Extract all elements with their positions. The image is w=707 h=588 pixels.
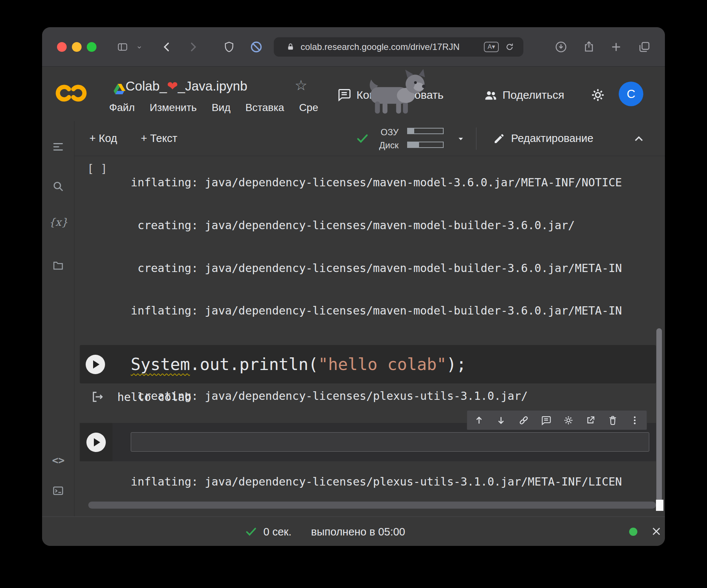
chevron-down-icon[interactable]	[136, 44, 143, 50]
output-line: inflating: java/dependency-licenses/plex…	[117, 475, 622, 489]
reload-icon[interactable]	[505, 42, 514, 53]
resources-dropdown-icon[interactable]	[457, 135, 465, 144]
output-line: creating: java/dependency-licenses/maven…	[117, 218, 622, 233]
scrollbar-corner	[656, 500, 663, 511]
horizontal-scrollbar[interactable]	[88, 502, 656, 509]
menu-insert[interactable]: Вставка	[245, 102, 284, 114]
lock-icon	[286, 42, 295, 53]
more-actions-icon[interactable]	[630, 415, 640, 426]
fullscreen-window-button[interactable]	[87, 42, 96, 52]
colab-header: Colab_❤_Java.ipynb ☆ Файл Изменить Вид В…	[42, 67, 665, 121]
output-line: inflating: java/dependency-licenses/mave…	[117, 176, 622, 190]
close-status-icon[interactable]	[651, 526, 662, 538]
empty-code-input[interactable]	[131, 432, 649, 452]
ram-meter-fill	[408, 129, 414, 133]
variables-icon[interactable]: {x}	[42, 216, 74, 228]
forward-button[interactable]	[187, 41, 199, 53]
toolbar-divider	[476, 127, 476, 150]
add-comment-icon[interactable]	[541, 415, 551, 426]
window-controls	[57, 42, 96, 52]
delete-cell-icon[interactable]	[608, 415, 618, 426]
minimize-window-button[interactable]	[72, 42, 82, 52]
left-sidebar-rail: {x} <>	[42, 121, 74, 516]
output-line: inflating: java/dependency-licenses/mave…	[117, 304, 622, 318]
ram-meter[interactable]	[407, 128, 444, 134]
people-icon[interactable]	[483, 88, 498, 103]
execution-duration: 0 сек.	[263, 526, 292, 538]
share-button[interactable]: Поделиться	[502, 89, 564, 101]
heart-icon: ❤	[167, 79, 178, 93]
output-line: creating: java/dependency-licenses/maven…	[117, 261, 622, 275]
move-cell-up-icon[interactable]	[474, 415, 484, 426]
execution-indicator[interactable]: [ ]	[87, 162, 107, 175]
settings-gear-icon[interactable]	[590, 88, 605, 104]
star-icon[interactable]: ☆	[295, 77, 307, 94]
colab-logo[interactable]	[56, 83, 87, 105]
menu-runtime[interactable]: Сре	[299, 102, 318, 114]
add-text-cell-button[interactable]: + Текст	[141, 132, 177, 145]
notebook-title[interactable]: Colab_❤_Java.ipynb	[126, 79, 247, 94]
search-icon[interactable]	[52, 180, 64, 194]
avatar[interactable]: C	[619, 82, 643, 106]
table-of-contents-icon[interactable]	[52, 140, 64, 155]
ram-label: ОЗУ	[361, 127, 399, 137]
disk-meter-fill	[408, 142, 419, 147]
notebook-column: + Код + Текст ОЗУ Диск Редактирование	[74, 121, 665, 516]
close-window-button[interactable]	[57, 42, 67, 52]
run-empty-cell-button[interactable]	[86, 433, 106, 452]
output-marker-icon	[91, 390, 104, 405]
disk-meter[interactable]	[407, 142, 444, 148]
tab-overview-icon[interactable]	[638, 41, 651, 53]
main-area: {x} <> + Код + Текст ОЗУ Диск	[42, 121, 665, 516]
desktop-background: colab.research.google.com/drive/17RJN A▾	[0, 0, 707, 588]
menu-file[interactable]: Файл	[109, 102, 135, 114]
privacy-shield-icon[interactable]	[223, 41, 235, 53]
translate-icon[interactable]: A▾	[484, 42, 499, 52]
kernel-status-dot	[629, 528, 637, 536]
run-cell-button[interactable]	[86, 355, 105, 374]
play-icon	[94, 438, 100, 446]
files-folder-icon[interactable]	[52, 260, 64, 273]
move-cell-down-icon[interactable]	[496, 415, 506, 426]
back-button[interactable]	[161, 41, 172, 53]
cell-settings-gear-icon[interactable]	[563, 415, 574, 426]
url-text: colab.research.google.com/drive/17RJN	[301, 37, 491, 57]
add-code-cell-button[interactable]: + Код	[89, 132, 117, 145]
browser-toolbar: colab.research.google.com/drive/17RJN A▾	[42, 27, 665, 67]
comment-icon[interactable]	[337, 88, 351, 103]
notebook-toolbar: + Код + Текст ОЗУ Диск Редактирование	[74, 121, 665, 156]
empty-cell-gutter	[80, 423, 112, 461]
execution-completed-text: выполнено в 05:00	[311, 526, 405, 538]
corgi-sticker	[359, 69, 435, 120]
pencil-icon	[493, 133, 505, 146]
code-editor-line[interactable]: System.out.println("hello colab");	[131, 355, 466, 374]
cell-result-text: hello colab	[117, 391, 191, 404]
execution-status-bar: 0 сек. выполнено в 05:00	[42, 516, 665, 546]
new-tab-icon[interactable]	[610, 41, 622, 53]
terminal-icon[interactable]	[52, 485, 64, 498]
notebook-content[interactable]: [ ] inflating: java/dependency-licenses/…	[74, 156, 665, 516]
mirror-cell-in-tab-icon[interactable]	[585, 415, 596, 426]
code-snippets-icon[interactable]: <>	[42, 454, 74, 467]
code-cell[interactable]: System.out.println("hello colab");	[80, 345, 656, 383]
content-blocker-icon[interactable]	[250, 41, 263, 53]
status-check-icon	[245, 526, 257, 539]
menu-edit[interactable]: Изменить	[150, 102, 197, 114]
sidebar-toggle-icon[interactable]	[117, 41, 129, 53]
edit-mode-button[interactable]: Редактирование	[511, 132, 593, 145]
address-bar[interactable]: colab.research.google.com/drive/17RJN A▾	[274, 37, 523, 57]
cell-output-log: inflating: java/dependency-licenses/mave…	[117, 156, 622, 516]
browser-window: colab.research.google.com/drive/17RJN A▾	[42, 27, 665, 546]
menu-view[interactable]: Вид	[212, 102, 231, 114]
drive-icon	[114, 84, 126, 96]
vertical-scrollbar[interactable]	[656, 328, 662, 505]
downloads-icon[interactable]	[555, 41, 567, 53]
link-to-cell-icon[interactable]	[518, 415, 529, 426]
play-icon	[93, 360, 99, 369]
disk-label: Диск	[361, 140, 399, 151]
collapse-toolbar-icon[interactable]	[633, 133, 645, 147]
cell-toolbar	[467, 410, 647, 430]
output-line: creating: java/dependency-licenses/plexu…	[117, 389, 622, 403]
share-page-icon[interactable]	[583, 40, 595, 53]
menubar: Файл Изменить Вид Вставка Сре	[109, 102, 318, 114]
